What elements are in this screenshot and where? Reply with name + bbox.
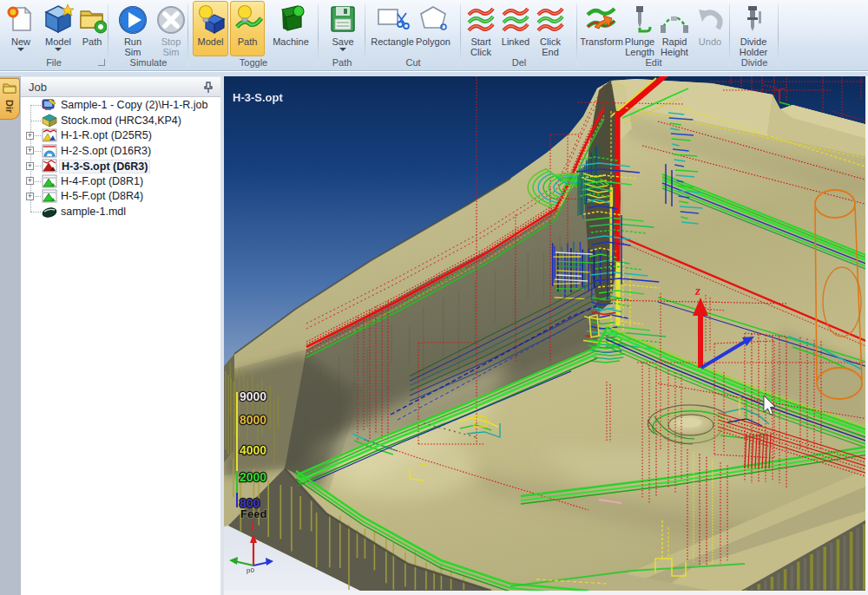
svg-text:Feed: Feed bbox=[240, 507, 266, 520]
svg-text:H-3-S.opt: H-3-S.opt bbox=[233, 91, 283, 104]
svg-text:p0: p0 bbox=[247, 566, 254, 574]
svg-text:z: z bbox=[694, 284, 700, 298]
svg-text:8000: 8000 bbox=[240, 413, 266, 427]
svg-text:4000: 4000 bbox=[240, 443, 266, 457]
svg-text:9000: 9000 bbox=[240, 389, 266, 403]
svg-text:2000: 2000 bbox=[240, 470, 266, 484]
